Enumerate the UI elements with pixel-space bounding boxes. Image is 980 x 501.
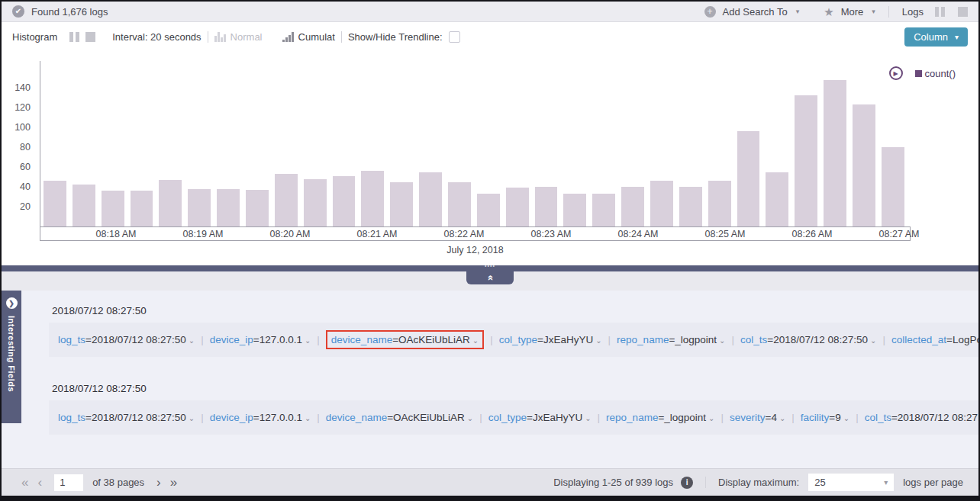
histogram-bar[interactable] — [824, 80, 846, 226]
field-dropdown-icon[interactable]: ⌄ — [595, 336, 601, 345]
field-dropdown-icon[interactable]: ⌄ — [472, 336, 479, 345]
histogram-bar[interactable] — [419, 172, 442, 227]
histogram-bar[interactable] — [390, 182, 413, 227]
histogram-bar[interactable] — [44, 181, 66, 226]
logs-panel: ❯ Interesting Fields 2018/07/12 08:27:50… — [2, 291, 978, 468]
cumulative-chart-icon[interactable] — [282, 32, 294, 42]
log-field-device_ip[interactable]: device_ip=127.0.0.1⌄ — [210, 334, 311, 345]
histogram-bar[interactable] — [131, 191, 153, 226]
field-dropdown-icon[interactable]: ⌄ — [870, 336, 876, 345]
display-maximum-select[interactable]: 25 ▾ — [808, 474, 894, 491]
normal-chart-icon[interactable] — [214, 32, 226, 42]
stop-icon[interactable] — [85, 32, 95, 42]
histogram-bar[interactable] — [621, 187, 644, 226]
histogram-bar[interactable] — [333, 176, 356, 226]
stop-icon[interactable] — [958, 7, 968, 17]
field-separator: | — [608, 334, 611, 345]
chevron-down-icon[interactable]: ▾ — [872, 8, 875, 15]
log-field-facility[interactable]: facility=9⌄ — [801, 412, 849, 423]
y-tick-label: 80 — [20, 142, 31, 153]
histogram-bar[interactable] — [795, 95, 817, 226]
y-tick-label: 20 — [20, 201, 31, 212]
double-chevron-up-icon: » — [485, 275, 495, 281]
log-field-device_name[interactable]: device_name=OAcKEiUbLiAR⌄ — [326, 412, 473, 423]
histogram-bar[interactable] — [217, 189, 240, 226]
histogram-bar[interactable] — [102, 191, 124, 226]
histogram-bar[interactable] — [159, 180, 182, 226]
log-field-repo_name[interactable]: repo_name=_logpoint⌄ — [606, 412, 714, 423]
play-icon[interactable]: ▶ — [889, 66, 903, 80]
log-field-repo_name[interactable]: repo_name=_logpoint⌄ — [617, 334, 725, 345]
histogram-bar[interactable] — [448, 182, 471, 227]
chevron-right-circle-icon[interactable]: ❯ — [6, 297, 18, 309]
pause-icon[interactable] — [935, 7, 945, 17]
log-field-device_ip[interactable]: device_ip=127.0.0.1⌄ — [210, 412, 311, 423]
interesting-fields-sidebar[interactable]: ❯ Interesting Fields — [2, 291, 21, 423]
log-field-log_ts[interactable]: log_ts=2018/07/12 08:27:50⌄ — [58, 412, 195, 423]
logs-view-label: Logs — [902, 6, 924, 18]
last-page-button[interactable]: » — [166, 476, 182, 489]
x-axis: 08:18 AM08:19 AM08:20 AM08:21 AM08:22 AM… — [40, 226, 911, 241]
log-field-device_name[interactable]: device_name=OAcKEiUbLiAR⌄ — [326, 330, 484, 349]
found-logs-status: Found 1,676 logs — [31, 6, 108, 18]
histogram-bar[interactable] — [477, 194, 500, 226]
log-field-col_type[interactable]: col_type=JxEaHyYU⌄ — [499, 334, 602, 345]
histogram-bar[interactable] — [361, 171, 384, 226]
histogram-bar[interactable] — [882, 147, 904, 226]
field-dropdown-icon[interactable]: ⌄ — [189, 414, 195, 422]
chevron-down-icon: ▾ — [955, 33, 959, 41]
add-search-to-button[interactable]: Add Search To — [723, 6, 788, 18]
legend-series-label: count() — [925, 68, 956, 79]
chevron-down-icon[interactable]: ▾ — [796, 8, 800, 15]
log-field-collected_at[interactable]: collected_at=LogPoint91⌄ — [891, 334, 978, 345]
x-tick-label: 08:18 AM — [96, 229, 137, 239]
field-dropdown-icon[interactable]: ⌄ — [305, 414, 311, 422]
histogram-bar[interactable] — [679, 187, 702, 226]
histogram-bar[interactable] — [535, 187, 558, 226]
histogram-bar[interactable] — [592, 194, 615, 226]
histogram-bar[interactable] — [737, 131, 760, 226]
log-field-col_ts[interactable]: col_ts=2018/07/12 08:27:50⌄ — [865, 412, 978, 423]
display-maximum-label: Display maximum: — [718, 477, 799, 488]
x-tick-label: 08:22 AM — [444, 229, 485, 239]
histogram-bar[interactable] — [246, 190, 269, 226]
previous-page-button[interactable]: ‹ — [33, 476, 47, 489]
field-dropdown-icon[interactable]: ⌄ — [585, 414, 591, 422]
histogram-bar[interactable] — [708, 181, 731, 226]
next-page-button[interactable]: › — [152, 476, 166, 489]
field-dropdown-icon[interactable]: ⌄ — [305, 336, 311, 345]
field-dropdown-icon[interactable]: ⌄ — [189, 336, 195, 345]
histogram-bar[interactable] — [304, 179, 327, 226]
page-number-input[interactable] — [54, 474, 83, 491]
pause-icon[interactable] — [69, 32, 79, 42]
histogram-bar[interactable] — [650, 181, 673, 226]
log-field-log_ts[interactable]: log_ts=2018/07/12 08:27:50⌄ — [58, 334, 195, 345]
info-icon[interactable]: i — [681, 477, 693, 489]
field-dropdown-icon[interactable]: ⌄ — [719, 336, 725, 345]
histogram-toolbar: Histogram Interval: 20 seconds Normal Cu… — [2, 22, 978, 51]
histogram-bar[interactable] — [73, 185, 95, 226]
histogram-bar[interactable] — [563, 194, 586, 226]
field-separator: | — [201, 334, 204, 345]
histogram-bar[interactable] — [188, 189, 211, 226]
field-dropdown-icon[interactable]: ⌄ — [779, 414, 785, 422]
histogram-bar[interactable] — [506, 188, 529, 226]
histogram-bar[interactable] — [275, 174, 298, 226]
normal-mode-button[interactable]: Normal — [230, 31, 263, 43]
trendline-checkbox[interactable] — [449, 31, 460, 43]
cumulative-mode-button[interactable]: Cumulat — [298, 31, 335, 43]
log-field-col_type[interactable]: col_type=JxEaHyYU⌄ — [488, 412, 592, 423]
collapse-chart-button[interactable]: » — [466, 271, 514, 284]
first-page-button[interactable]: « — [17, 476, 33, 489]
field-dropdown-icon[interactable]: ⌄ — [843, 414, 849, 422]
field-dropdown-icon[interactable]: ⌄ — [708, 414, 714, 422]
divider — [705, 477, 706, 488]
more-button[interactable]: More — [841, 6, 864, 18]
field-dropdown-icon[interactable]: ⌄ — [467, 414, 473, 422]
log-field-col_ts[interactable]: col_ts=2018/07/12 08:27:50⌄ — [740, 334, 876, 345]
column-dropdown-button[interactable]: Column ▾ — [904, 27, 968, 47]
log-field-severity[interactable]: severity=4⌄ — [730, 412, 785, 423]
histogram-bar[interactable] — [853, 104, 875, 226]
histogram-bar[interactable] — [766, 172, 788, 227]
y-tick-label: 120 — [15, 102, 31, 113]
